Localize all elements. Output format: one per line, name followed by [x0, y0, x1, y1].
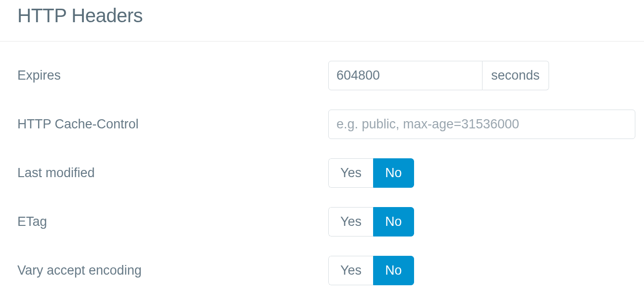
etag-no-button[interactable]: No [373, 207, 414, 236]
last-modified-label: Last modified [17, 166, 328, 181]
expires-unit: seconds [483, 61, 549, 90]
vary-accept-encoding-control: Yes No [328, 256, 627, 285]
form-area: Expires seconds HTTP Cache-Control Last … [0, 42, 644, 285]
cache-control-label: HTTP Cache-Control [17, 117, 328, 132]
last-modified-row: Last modified Yes No [17, 158, 627, 188]
vary-accept-encoding-toggle: Yes No [328, 256, 414, 285]
etag-label: ETag [17, 214, 328, 229]
page-header: HTTP Headers [0, 0, 644, 42]
etag-control: Yes No [328, 207, 627, 236]
etag-row: ETag Yes No [17, 207, 627, 236]
expires-row: Expires seconds [17, 61, 627, 90]
vary-accept-encoding-label: Vary accept encoding [17, 263, 328, 278]
last-modified-control: Yes No [328, 158, 627, 188]
vary-accept-encoding-yes-button[interactable]: Yes [328, 256, 373, 285]
page-title: HTTP Headers [17, 5, 627, 27]
expires-label: Expires [17, 68, 328, 83]
expires-input[interactable] [328, 61, 483, 90]
vary-accept-encoding-row: Vary accept encoding Yes No [17, 256, 627, 285]
last-modified-toggle: Yes No [328, 158, 414, 188]
expires-input-group: seconds [328, 61, 555, 90]
last-modified-yes-button[interactable]: Yes [328, 158, 373, 188]
expires-control: seconds [328, 61, 627, 90]
vary-accept-encoding-no-button[interactable]: No [373, 256, 414, 285]
last-modified-no-button[interactable]: No [373, 158, 414, 188]
etag-toggle: Yes No [328, 207, 414, 236]
cache-control-input-cell [328, 110, 635, 139]
cache-control-input[interactable] [328, 110, 635, 139]
etag-yes-button[interactable]: Yes [328, 207, 373, 236]
cache-control-row: HTTP Cache-Control [17, 110, 627, 139]
